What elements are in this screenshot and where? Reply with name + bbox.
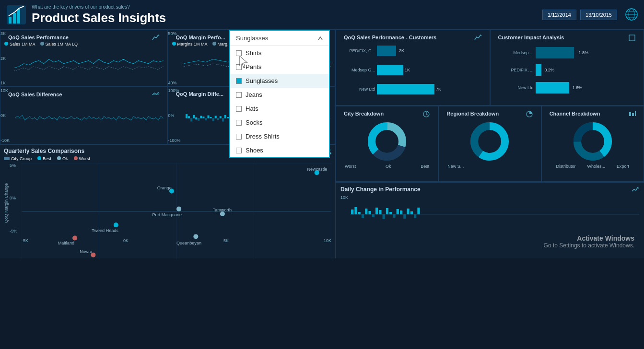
bar-row-pedifix: PEDiFIX, C... -2K <box>344 46 482 56</box>
qoq-sales-diff-panel: QoQ Sales Difference 10K0K-10K <box>0 87 168 144</box>
y-labels-sales-perf: 3K2K1K <box>0 30 6 86</box>
svg-rect-101 <box>410 211 413 214</box>
channel-donut-labels: Distributor Wholes... Export <box>548 164 638 169</box>
svg-rect-1 <box>9 17 12 23</box>
dropdown-item-shoes[interactable]: Shoes <box>230 143 329 157</box>
dropdown-item-dress-shirts[interactable]: Dress Shirts <box>230 129 329 143</box>
scatter-x-labels: -5K0K5K10K <box>22 238 331 243</box>
qoq-sales-diff-title: QoQ Sales Difference <box>8 92 62 97</box>
y-labels-margin-diff: 100%0%-100% <box>168 87 181 143</box>
legend-city-group: City Group <box>4 156 32 161</box>
qoq-customers-panel: QoQ Sales Performance - Customers PEDiFI… <box>336 30 490 105</box>
qoq-customers-title: QoQ Sales Performance - Customers <box>344 35 436 40</box>
legend-margins-ma: Margins 1M MA <box>177 42 208 47</box>
daily-change-panel: Daily Change in Performance 10K <box>336 182 644 258</box>
legend-worst: Worst <box>74 156 90 161</box>
qoq-sales-perf-legend: Sales 1M MA Sales 1M MA LQ <box>4 42 164 47</box>
impact-value-newltd: 1.6% <box>573 85 583 90</box>
date-start[interactable]: 1/12/2014 <box>542 10 576 20</box>
city-worst-label: Worst <box>345 164 356 169</box>
dropdown-header[interactable]: Sunglasses <box>230 31 329 46</box>
regional-breakdown-title: Regional Breakdown <box>446 111 499 116</box>
svg-rect-93 <box>383 214 385 219</box>
impact-row-pedifix: PEDiFIX, ... 0.2% <box>497 64 637 76</box>
legend-ok: Ok <box>57 156 68 161</box>
clock-icon <box>422 110 430 118</box>
svg-rect-28 <box>224 115 226 118</box>
svg-rect-24 <box>214 116 216 118</box>
svg-point-56 <box>114 222 118 227</box>
checkbox-dress-shirts[interactable] <box>236 134 242 140</box>
dropdown-label-socks: Socks <box>246 119 262 126</box>
bar-fill-newltd <box>377 84 434 94</box>
app-icon <box>6 4 27 25</box>
qoq-sales-perf-title: QoQ Sales Performance <box>8 35 69 40</box>
checkbox-pants[interactable] <box>236 64 242 70</box>
checkbox-shirts[interactable] <box>236 50 242 56</box>
channel-breakdown-panel: Channel Breakdown <box>541 106 644 182</box>
checkbox-jeans[interactable] <box>236 92 242 98</box>
svg-rect-77 <box>632 113 634 116</box>
checkbox-sunglasses[interactable] <box>236 78 242 84</box>
diff-chart-icon <box>152 91 160 99</box>
checkbox-hats[interactable] <box>236 106 242 112</box>
svg-rect-18 <box>200 116 202 118</box>
bar-row-medsep: Medsep G... 1K <box>344 65 482 75</box>
legend-sales-ma-lq: Sales 1M MA LQ <box>46 42 78 47</box>
pie-icon <box>526 110 533 118</box>
scatter-grid: Newcastle Orange Port Macquarie Tamworth… <box>22 163 331 260</box>
regional-donut-chart <box>468 120 511 163</box>
svg-rect-15 <box>193 115 195 118</box>
impact-bar-medsep <box>536 47 574 58</box>
legend-best: Best <box>37 156 51 161</box>
svg-line-67 <box>426 114 428 115</box>
dropdown-item-pants[interactable]: Pants <box>230 60 329 74</box>
svg-text:Nowra: Nowra <box>80 249 93 254</box>
dropdown-item-shirts[interactable]: Shirts <box>230 46 329 60</box>
impact-value-pedifix: 0.2% <box>545 68 555 72</box>
globe-icon[interactable] <box>625 8 638 22</box>
svg-rect-97 <box>397 209 399 214</box>
city-best-label: Best <box>421 164 429 169</box>
bar-label-medsep: Medsep G... <box>344 68 375 72</box>
svg-rect-89 <box>368 211 371 214</box>
daily-chart-icon <box>632 186 639 193</box>
dropdown-label-dress-shirts: Dress Shirts <box>246 133 280 140</box>
regional-donut: New S... <box>443 118 537 171</box>
impact-label-pedifix: PEDiFIX, ... <box>500 68 534 72</box>
svg-rect-76 <box>629 112 631 116</box>
svg-rect-100 <box>407 209 410 214</box>
svg-rect-22 <box>210 117 211 118</box>
svg-rect-92 <box>379 210 381 214</box>
bar-value-newltd: 7K <box>436 87 441 92</box>
svg-rect-85 <box>354 207 357 214</box>
svg-rect-16 <box>195 117 197 119</box>
scatter-y-labels: 5%0%-5% <box>10 163 22 234</box>
date-end[interactable]: 13/10/2015 <box>580 10 617 20</box>
dropdown-label-sunglasses: Sunglasses <box>246 77 278 84</box>
right-mid-row: City Breakdown <box>336 106 644 182</box>
product-dropdown[interactable]: Sunglasses Shirts Pants Sunglasses Jeans… <box>229 30 330 158</box>
checkbox-socks[interactable] <box>236 120 242 126</box>
svg-text:Port Macquarie: Port Macquarie <box>152 212 182 217</box>
channel-breakdown-title: Channel Breakdown <box>550 111 600 116</box>
dropdown-item-hats[interactable]: Hats <box>230 102 329 116</box>
dropdown-item-jeans[interactable]: Jeans <box>230 88 329 102</box>
svg-rect-87 <box>362 214 364 218</box>
dropdown-item-socks[interactable]: Socks <box>230 116 329 129</box>
city-donut-labels: Worst Ok Best <box>342 164 432 169</box>
svg-rect-23 <box>212 118 214 121</box>
dropdown-label-shoes: Shoes <box>246 147 263 154</box>
sales-perf-chart <box>14 47 164 77</box>
activate-windows-overlay: Activate Windows Go to Settings to activ… <box>544 234 634 249</box>
svg-rect-3 <box>17 9 20 23</box>
y-labels-margin-perf: 50%40% <box>168 30 177 86</box>
customers-chart-icon <box>474 34 482 42</box>
checkbox-shoes[interactable] <box>236 148 242 153</box>
customer-impact-title: Customer Impact Analysis <box>498 35 564 40</box>
svg-point-52 <box>176 206 181 211</box>
regional-news-label: New S... <box>447 164 464 169</box>
dropdown-item-sunglasses[interactable]: Sunglasses <box>230 74 329 88</box>
dropdown-label-shirts: Shirts <box>246 49 261 57</box>
quarterly-sales-panel: Quarterly Sales Comparisons City Group B… <box>0 144 336 259</box>
